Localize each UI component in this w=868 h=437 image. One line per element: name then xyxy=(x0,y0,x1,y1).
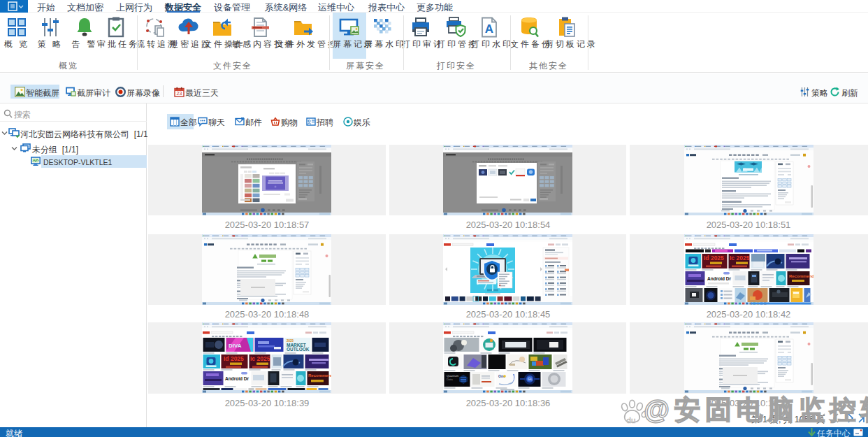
svg-text:23: 23 xyxy=(177,91,182,96)
svg-text:Id 2025: Id 2025 xyxy=(224,355,244,362)
svg-text:du: du xyxy=(627,416,636,424)
svg-text:Ic 2025: Ic 2025 xyxy=(250,355,270,362)
svg-text:Id 2025: Id 2025 xyxy=(704,255,724,262)
svg-text:DIVA: DIVA xyxy=(229,343,242,349)
svg-text:Android Dr: Android Dr xyxy=(225,376,249,381)
svg-text:Recommended: Recommended xyxy=(308,373,331,378)
svg-text:Ic 2025: Ic 2025 xyxy=(730,255,750,262)
svg-text:A: A xyxy=(485,22,493,36)
svg-text:Recommended: Recommended xyxy=(789,274,813,278)
svg-text:GL: GL xyxy=(528,377,533,381)
svg-text:Android Dr: Android Dr xyxy=(707,276,731,281)
svg-text:OUTLOOK: OUTLOOK xyxy=(287,347,310,352)
svg-text:Data: Data xyxy=(447,378,454,381)
